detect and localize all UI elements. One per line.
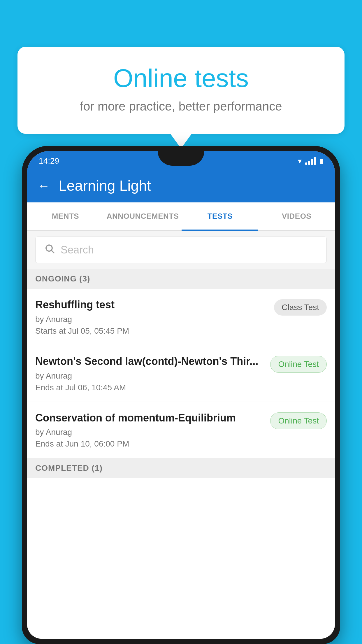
- test-name-1: Reshuffling test: [35, 298, 268, 312]
- test-time-3: Ends at Jun 10, 06:00 PM: [35, 439, 264, 449]
- app-title: Learning Light: [59, 177, 151, 194]
- app-bar: ← Learning Light: [27, 169, 335, 202]
- test-author-1: by Anurag: [35, 315, 268, 324]
- wifi-icon: ▾: [298, 157, 302, 166]
- notch-cutout: [158, 151, 204, 166]
- list-item[interactable]: Reshuffling test by Anurag Starts at Jul…: [27, 289, 335, 345]
- completed-section-header: COMPLETED (1): [27, 458, 335, 478]
- phone-frame: 14:29 ▾ ▮ ← Learning Light MENTS: [22, 146, 340, 644]
- list-item[interactable]: Newton's Second law(contd)-Newton's Thir…: [27, 345, 335, 402]
- test-badge-2: Online Test: [270, 356, 327, 373]
- tab-announcements[interactable]: ANNOUNCEMENTS: [104, 202, 182, 230]
- search-box[interactable]: Search: [35, 237, 327, 263]
- back-button[interactable]: ←: [38, 180, 50, 192]
- status-icons: ▾ ▮: [298, 157, 323, 166]
- tabs-bar: MENTS ANNOUNCEMENTS TESTS VIDEOS: [27, 202, 335, 231]
- signal-bar-4: [314, 157, 316, 165]
- bubble-title: Online tests: [41, 64, 321, 92]
- test-badge-3: Online Test: [270, 412, 327, 429]
- test-badge-1: Class Test: [274, 299, 327, 316]
- search-icon: [44, 243, 55, 256]
- status-time: 14:29: [39, 156, 59, 166]
- speech-bubble: Online tests for more practice, better p…: [17, 47, 345, 134]
- battery-icon: ▮: [319, 157, 323, 165]
- signal-bar-1: [305, 162, 307, 165]
- ongoing-section-header: ONGOING (3): [27, 269, 335, 289]
- test-info-2: Newton's Second law(contd)-Newton's Thir…: [35, 355, 270, 392]
- signal-bars-icon: [305, 157, 316, 165]
- speech-bubble-container: Online tests for more practice, better p…: [17, 47, 345, 134]
- bubble-subtitle: for more practice, better performance: [41, 99, 321, 113]
- list-item[interactable]: Conservation of momentum-Equilibrium by …: [27, 402, 335, 459]
- signal-bar-3: [311, 159, 313, 165]
- svg-line-1: [52, 251, 54, 253]
- search-container: Search: [27, 231, 335, 269]
- tab-ments[interactable]: MENTS: [27, 202, 104, 230]
- test-author-3: by Anurag: [35, 428, 264, 437]
- test-info-3: Conservation of momentum-Equilibrium by …: [35, 411, 270, 449]
- signal-bar-2: [308, 161, 310, 165]
- test-time-1: Starts at Jul 05, 05:45 PM: [35, 326, 268, 336]
- search-placeholder: Search: [61, 244, 94, 256]
- phone-screen: 14:29 ▾ ▮ ← Learning Light MENTS: [27, 151, 335, 639]
- test-name-2: Newton's Second law(contd)-Newton's Thir…: [35, 355, 264, 368]
- test-author-2: by Anurag: [35, 371, 264, 381]
- tab-videos[interactable]: VIDEOS: [258, 202, 335, 230]
- tab-tests[interactable]: TESTS: [182, 202, 258, 230]
- test-info-1: Reshuffling test by Anurag Starts at Jul…: [35, 298, 274, 336]
- test-name-3: Conservation of momentum-Equilibrium: [35, 411, 264, 425]
- test-list: Reshuffling test by Anurag Starts at Jul…: [27, 289, 335, 639]
- test-time-2: Ends at Jul 06, 10:45 AM: [35, 383, 264, 392]
- status-bar: 14:29 ▾ ▮: [27, 151, 335, 169]
